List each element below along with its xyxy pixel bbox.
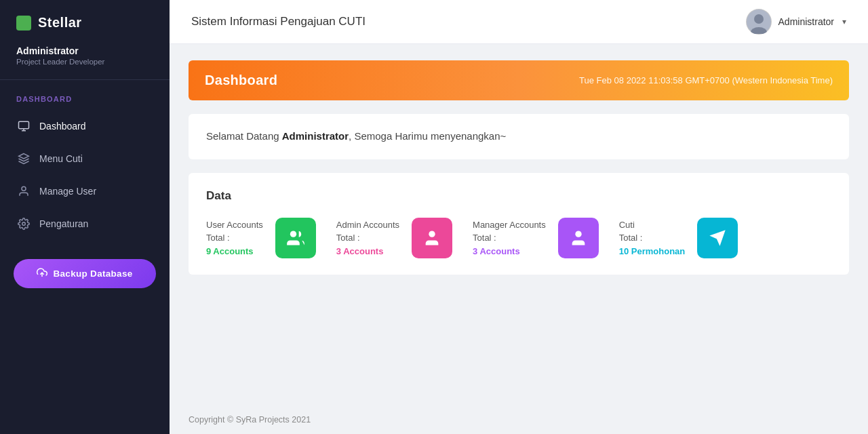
sidebar-item-menu-cuti[interactable]: Menu Cuti: [0, 142, 170, 175]
stat-user-icon-box: [275, 218, 316, 258]
topbar-title: Sistem Informasi Pengajuan CUTI: [191, 15, 366, 28]
sidebar-logo: Stellar: [0, 0, 170, 43]
settings-icon: [16, 216, 31, 231]
svg-point-2: [22, 186, 26, 191]
sidebar-item-manage-user-label: Manage User: [39, 186, 96, 197]
stat-manager-info: Manager AccountsTotal : 3 Accounts: [473, 219, 546, 256]
svg-rect-0: [19, 121, 29, 129]
footer-text: Copyright © SyRa Projects 2021: [189, 415, 311, 425]
stat-admin-accounts: Admin AccountsTotal : 3 Accounts: [336, 218, 452, 258]
cuti-icon: [708, 229, 727, 248]
backup-database-label: Backup Database: [53, 269, 132, 279]
sidebar-item-dashboard-label: Dashboard: [39, 121, 86, 132]
sidebar: Stellar Administrator Project Leader Dev…: [0, 0, 170, 434]
stat-manager-icon-box: [558, 218, 599, 258]
main-content: Sistem Informasi Pengajuan CUTI Administ…: [170, 0, 868, 434]
stat-manager-value: 3 Accounts: [473, 246, 546, 256]
welcome-prefix: Selamat Datang: [206, 130, 282, 142]
svg-point-8: [290, 231, 296, 237]
data-card: Data User AccountsTotal : 9 Accounts: [189, 173, 849, 275]
avatar: [746, 9, 772, 35]
user-icon: [16, 184, 31, 199]
stats-grid: User AccountsTotal : 9 Accounts Admin Ac…: [206, 218, 831, 258]
content-area: Dashboard Tue Feb 08 2022 11:03:58 GMT+0…: [170, 44, 868, 406]
welcome-name: Administrator: [282, 130, 349, 142]
topbar: Sistem Informasi Pengajuan CUTI Administ…: [170, 0, 868, 44]
topbar-user[interactable]: Administrator ▾: [746, 9, 846, 35]
topbar-username: Administrator: [778, 16, 834, 27]
sidebar-item-dashboard[interactable]: Dashboard: [0, 110, 170, 142]
stat-admin-label: Admin AccountsTotal :: [336, 219, 399, 243]
svg-marker-1: [19, 154, 29, 159]
stat-admin-value: 3 Accounts: [336, 246, 399, 256]
monitor-icon: [16, 119, 31, 134]
backup-database-button[interactable]: Backup Database: [14, 259, 156, 288]
sidebar-user: Administrator Project Leader Developer: [0, 43, 170, 80]
svg-point-6: [754, 14, 764, 24]
sidebar-section-label: DASHBOARD: [0, 80, 170, 110]
chevron-down-icon: ▾: [842, 17, 846, 26]
svg-point-3: [22, 222, 26, 226]
sidebar-user-role: Project Leader Developer: [16, 58, 153, 66]
stat-cuti-info: CutiTotal : 10 Permohonan: [619, 219, 686, 256]
svg-point-10: [575, 231, 581, 237]
sidebar-item-pengaturan-label: Pengaturan: [39, 218, 88, 229]
stat-admin-icon-box: [412, 218, 452, 258]
dashboard-banner-time: Tue Feb 08 2022 11:03:58 GMT+0700 (Weste…: [579, 75, 833, 85]
stat-manager-label: Manager AccountsTotal :: [473, 219, 546, 243]
cloud-upload-icon: [37, 267, 47, 280]
sidebar-item-manage-user[interactable]: Manage User: [0, 175, 170, 208]
logo-icon: [16, 16, 31, 31]
data-title: Data: [206, 189, 831, 203]
stat-cuti-icon-box: [697, 218, 738, 258]
sidebar-backup: Backup Database: [14, 259, 156, 288]
stat-user-info: User AccountsTotal : 9 Accounts: [206, 219, 263, 256]
stat-cuti-value: 10 Permohonan: [619, 246, 686, 256]
layers-icon: [16, 151, 31, 166]
stat-admin-info: Admin AccountsTotal : 3 Accounts: [336, 219, 399, 256]
sidebar-item-menu-cuti-label: Menu Cuti: [39, 153, 83, 164]
stat-cuti-label: CutiTotal :: [619, 219, 686, 243]
sidebar-nav: Dashboard Menu Cuti Manage User: [0, 110, 170, 240]
stat-cuti: CutiTotal : 10 Permohonan: [619, 218, 738, 258]
sidebar-item-pengaturan[interactable]: Pengaturan: [0, 208, 170, 240]
welcome-card: Selamat Datang Administrator, Semoga Har…: [189, 114, 849, 159]
stat-user-value: 9 Accounts: [206, 246, 263, 256]
stat-manager-accounts: Manager AccountsTotal : 3 Accounts: [473, 218, 599, 258]
welcome-suffix: , Semoga Harimu menyenangkan~: [349, 130, 506, 142]
manager-accounts-icon: [569, 229, 588, 248]
dashboard-banner: Dashboard Tue Feb 08 2022 11:03:58 GMT+0…: [189, 60, 849, 100]
dashboard-banner-title: Dashboard: [205, 73, 277, 88]
user-accounts-icon: [286, 229, 305, 248]
svg-point-9: [429, 231, 435, 237]
sidebar-user-name: Administrator: [16, 45, 153, 56]
logo-text: Stellar: [38, 15, 82, 31]
footer: Copyright © SyRa Projects 2021: [170, 406, 868, 434]
stat-user-label: User AccountsTotal :: [206, 219, 263, 243]
admin-accounts-icon: [422, 229, 441, 248]
stat-user-accounts: User AccountsTotal : 9 Accounts: [206, 218, 316, 258]
